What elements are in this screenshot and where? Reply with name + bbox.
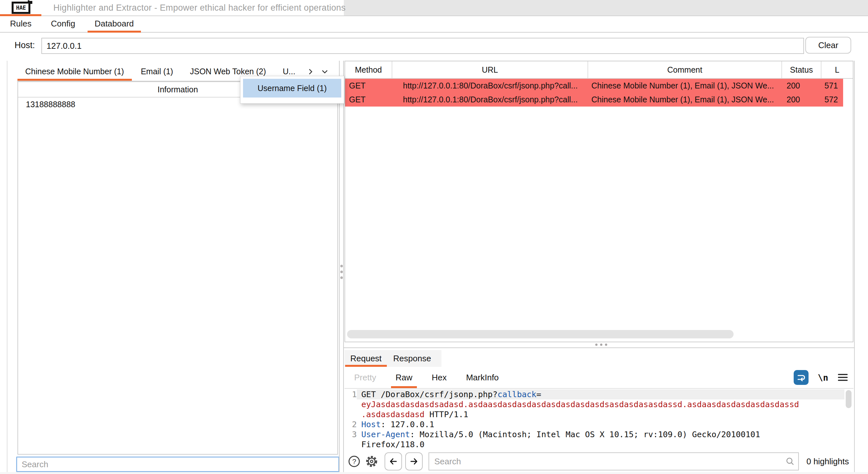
token-plain: GET /DoraBox/csrf/jsonp.php? [361,390,497,399]
column-header-method[interactable]: Method [345,61,392,78]
extract-tab-email-1[interactable]: Email (1) [132,63,182,80]
tab-overflow-dropdown: Username Field (1) [240,76,344,104]
vertical-splitter[interactable] [339,61,340,474]
view-tab-strip: RequestResponse [344,350,854,367]
editor-line-content: GET /DoraBox/csrf/jsonp.php?callback= [357,390,844,399]
cell-method: GET [345,79,392,93]
hae-logo-icon: HAE [12,2,30,14]
titlebar: HAE Highlighter and Extractor - Empower … [0,0,868,16]
wrap-lines-icon [796,372,806,383]
column-header-url[interactable]: URL [392,61,588,78]
format-tab-bar: PrettyRawHexMarkInfo \n [344,367,854,389]
vertical-splitter-line [343,61,344,474]
main-tab-rules[interactable]: Rules [0,16,41,32]
editor-line-number: 1 [344,390,357,399]
cell-method: GET [345,93,392,107]
question-icon: ? [348,455,361,468]
horizontal-splitter-handle[interactable] [595,344,607,346]
editor-line-content: Firefox/118.0 [357,439,844,449]
editor-search-wrap [429,452,799,470]
editor-menu-icon[interactable] [837,373,848,382]
info-table: Information 13188888888 [18,81,338,454]
token-plain: HTTP/1.1 [425,410,468,419]
column-header-status[interactable]: Status [782,61,822,78]
arrow-right-icon [409,456,419,466]
vertical-splitter-handle[interactable] [340,265,343,282]
left-panel-border [7,61,7,473]
host-input[interactable] [41,38,804,54]
cell-comment: Chinese Mobile Number (1), Email (1), JS… [588,93,782,107]
view-tab-request[interactable]: Request [344,350,388,367]
arrow-left-icon [389,456,398,466]
cell-length: 572 [822,93,843,107]
cell-status: 200 [782,79,822,93]
titlebar-background [344,0,868,15]
format-tab-pretty[interactable]: Pretty [344,367,386,388]
tab-scroll-controls [306,67,330,76]
editor-line: eyJasdasdasdasdsadasd.asdaasdasdasdasdas… [344,399,854,409]
token-param: callback [497,390,536,399]
chevron-down-icon[interactable] [320,67,330,76]
prev-match-button[interactable] [384,452,402,470]
hae-extension-window: HAE Highlighter and Extractor - Empower … [0,0,868,474]
editor-line: 3User-Agent: Mozilla/5.0 (Macintosh; Int… [344,430,854,439]
cell-status: 200 [782,93,822,107]
editor-line-number: 3 [344,430,357,439]
editor-search-bar: ? 0 highlights [344,451,854,472]
window-bottom-strip [0,472,868,474]
magnifier-icon [785,456,795,466]
token-value: .asdasdasdasd [361,410,425,419]
hae-tab-underline [0,14,41,16]
request-editor[interactable]: 1GET /DoraBox/csrf/jsonp.php?callback=ey… [344,390,854,451]
editor-search-input[interactable] [429,452,799,470]
newline-toggle[interactable]: \n [817,373,828,383]
requests-table-header: Method URL Comment Status L [345,61,853,79]
token-header: Host [361,420,381,429]
editor-line-number: 2 [344,419,357,430]
request-row[interactable]: GEThttp://127.0.0.1:80/DoraBox/csrf/json… [345,93,843,107]
request-editor-lines: 1GET /DoraBox/csrf/jsonp.php?callback=ey… [344,390,854,449]
extract-tab-chinese-mobile-number-1[interactable]: Chinese Mobile Number (1) [17,63,132,80]
format-tab-raw[interactable]: Raw [386,367,422,388]
horizontal-splitter[interactable] [343,347,854,348]
dropdown-item-username-field-1[interactable]: Username Field (1) [243,79,341,98]
editor-line-content: User-Agent: Mozilla/5.0 (Macintosh; Inte… [357,430,844,439]
format-tab-hex[interactable]: Hex [422,367,456,388]
main-tab-databoard[interactable]: Databoard [85,16,144,32]
left-search-input[interactable] [16,456,339,472]
format-tab-list: PrettyRawHexMarkInfo [344,367,508,388]
settings-button[interactable] [364,454,379,469]
column-header-comment[interactable]: Comment [588,61,782,78]
cell-url: http://127.0.0.1:80/DoraBox/csrf/jsonp.p… [392,93,588,107]
main-tab-bar: RulesConfigDataboard [0,16,868,33]
clear-button[interactable]: Clear [805,37,851,54]
extension-title: Highlighter and Extractor - Empower ethi… [53,0,345,15]
editor-line-number [344,439,357,449]
next-match-button[interactable] [405,452,423,470]
requests-table-panel: Method URL Comment Status L GEThttp://12… [344,61,854,342]
chevron-right-icon[interactable] [306,67,315,76]
token-plain: : 127.0.0.1 [381,420,434,429]
format-tab-markinfo[interactable]: MarkInfo [456,367,508,388]
editor-line-content: eyJasdasdasdasdsadasd.asdaasdasdasdasdas… [357,399,844,409]
column-header-length[interactable]: L [822,61,853,78]
highlights-count: 0 highlights [806,456,849,467]
view-tab-response[interactable]: Response [388,350,437,367]
editor-line-number [344,399,357,409]
editor-line-number [344,409,357,419]
vertical-scrollbar-thumb[interactable] [846,390,851,408]
gear-icon [365,454,379,469]
help-button[interactable]: ? [347,454,361,469]
hae-icon-tab[interactable]: HAE [0,0,41,15]
editor-line: 1GET /DoraBox/csrf/jsonp.php?callback= [344,390,854,399]
editor-toolbar: \n [794,370,848,385]
horizontal-scrollbar-thumb[interactable] [347,330,734,338]
cell-comment: Chinese Mobile Number (1), Email (1), JS… [588,79,782,93]
wrap-lines-button[interactable] [794,370,809,385]
editor-line-content: Host: 127.0.0.1 [357,419,844,430]
right-panel-border [854,61,855,473]
main-tab-config[interactable]: Config [41,16,85,32]
cell-length: 571 [822,79,843,93]
editor-line-content: .asdasdasdasd HTTP/1.1 [357,409,844,419]
request-row[interactable]: GEThttp://127.0.0.1:80/DoraBox/csrf/json… [345,79,843,93]
